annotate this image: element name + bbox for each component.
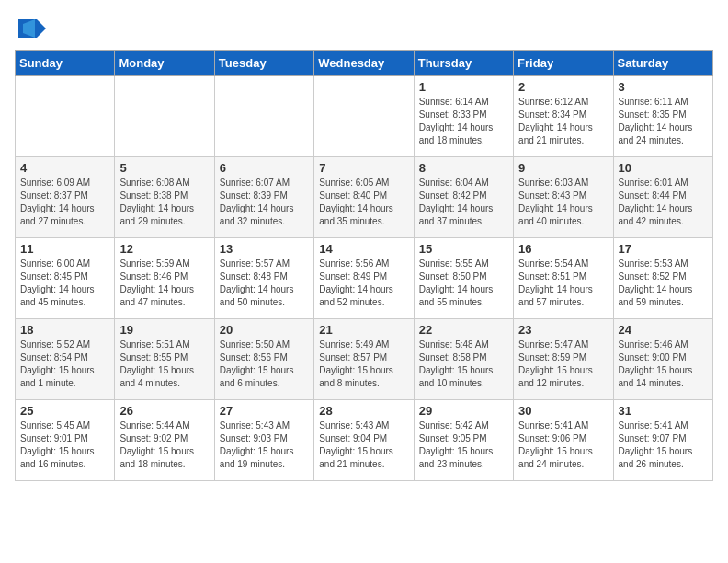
day-info: Sunrise: 5:41 AM Sunset: 9:06 PM Dayligh…	[518, 419, 608, 471]
day-info: Sunrise: 5:56 AM Sunset: 8:49 PM Dayligh…	[319, 258, 408, 309]
day-number: 21	[319, 323, 408, 337]
calendar-day-cell: 29Sunrise: 5:42 AM Sunset: 9:05 PM Dayli…	[414, 400, 513, 481]
calendar-day-cell: 5Sunrise: 6:08 AM Sunset: 8:38 PM Daylig…	[115, 157, 214, 238]
day-number: 1	[419, 80, 508, 94]
column-header-monday: Monday	[115, 51, 214, 76]
column-header-sunday: Sunday	[16, 51, 115, 76]
day-number: 2	[518, 80, 608, 94]
day-info: Sunrise: 5:50 AM Sunset: 8:56 PM Dayligh…	[220, 339, 309, 390]
column-header-friday: Friday	[514, 51, 613, 76]
day-number: 6	[220, 161, 309, 175]
calendar-day-cell: 20Sunrise: 5:50 AM Sunset: 8:56 PM Dayli…	[214, 319, 313, 400]
day-number: 20	[220, 323, 309, 337]
calendar-week-row: 1Sunrise: 6:14 AM Sunset: 8:33 PM Daylig…	[16, 76, 713, 157]
day-number: 16	[518, 242, 608, 256]
calendar-day-cell: 26Sunrise: 5:44 AM Sunset: 9:02 PM Dayli…	[115, 400, 214, 481]
day-info: Sunrise: 5:57 AM Sunset: 8:48 PM Dayligh…	[220, 258, 309, 309]
column-header-wednesday: Wednesday	[314, 51, 414, 76]
day-info: Sunrise: 5:55 AM Sunset: 8:50 PM Dayligh…	[419, 258, 508, 309]
column-header-thursday: Thursday	[414, 51, 513, 76]
column-header-saturday: Saturday	[613, 51, 712, 76]
day-info: Sunrise: 6:05 AM Sunset: 8:40 PM Dayligh…	[319, 177, 408, 228]
day-number: 5	[119, 161, 209, 175]
day-info: Sunrise: 5:52 AM Sunset: 8:54 PM Dayligh…	[20, 339, 109, 390]
day-info: Sunrise: 5:44 AM Sunset: 9:02 PM Dayligh…	[119, 419, 209, 471]
calendar-day-cell	[16, 76, 115, 157]
day-info: Sunrise: 6:04 AM Sunset: 8:42 PM Dayligh…	[419, 177, 508, 228]
calendar-day-cell: 13Sunrise: 5:57 AM Sunset: 8:48 PM Dayli…	[214, 238, 313, 319]
column-header-tuesday: Tuesday	[214, 51, 313, 76]
calendar-day-cell: 6Sunrise: 6:07 AM Sunset: 8:39 PM Daylig…	[214, 157, 313, 238]
day-info: Sunrise: 5:53 AM Sunset: 8:52 PM Dayligh…	[619, 258, 708, 309]
calendar-day-cell: 28Sunrise: 5:43 AM Sunset: 9:04 PM Dayli…	[314, 400, 414, 481]
day-number: 15	[419, 242, 508, 256]
calendar-day-cell: 16Sunrise: 5:54 AM Sunset: 8:51 PM Dayli…	[514, 238, 613, 319]
day-info: Sunrise: 5:45 AM Sunset: 9:01 PM Dayligh…	[20, 419, 109, 471]
day-number: 7	[319, 161, 408, 175]
calendar-day-cell: 8Sunrise: 6:04 AM Sunset: 8:42 PM Daylig…	[414, 157, 513, 238]
calendar-day-cell: 9Sunrise: 6:03 AM Sunset: 8:43 PM Daylig…	[514, 157, 613, 238]
calendar-table: SundayMondayTuesdayWednesdayThursdayFrid…	[15, 50, 713, 481]
calendar-day-cell: 23Sunrise: 5:47 AM Sunset: 8:59 PM Dayli…	[514, 319, 613, 400]
calendar-day-cell: 4Sunrise: 6:09 AM Sunset: 8:37 PM Daylig…	[16, 157, 115, 238]
day-info: Sunrise: 6:14 AM Sunset: 8:33 PM Dayligh…	[419, 96, 508, 147]
calendar-day-cell: 22Sunrise: 5:48 AM Sunset: 8:58 PM Dayli…	[414, 319, 513, 400]
day-info: Sunrise: 6:11 AM Sunset: 8:35 PM Dayligh…	[619, 96, 708, 147]
calendar-day-cell: 15Sunrise: 5:55 AM Sunset: 8:50 PM Dayli…	[414, 238, 513, 319]
day-number: 4	[20, 161, 109, 175]
calendar-day-cell: 12Sunrise: 5:59 AM Sunset: 8:46 PM Dayli…	[115, 238, 214, 319]
day-info: Sunrise: 5:41 AM Sunset: 9:07 PM Dayligh…	[619, 419, 708, 471]
day-number: 13	[220, 242, 309, 256]
day-info: Sunrise: 5:47 AM Sunset: 8:59 PM Dayligh…	[518, 339, 608, 390]
logo	[15, 15, 46, 42]
day-info: Sunrise: 5:46 AM Sunset: 9:00 PM Dayligh…	[619, 339, 708, 390]
day-number: 26	[119, 404, 209, 418]
day-info: Sunrise: 5:43 AM Sunset: 9:03 PM Dayligh…	[220, 419, 309, 471]
day-info: Sunrise: 5:51 AM Sunset: 8:55 PM Dayligh…	[119, 339, 209, 390]
day-number: 28	[319, 404, 408, 418]
calendar-day-cell: 3Sunrise: 6:11 AM Sunset: 8:35 PM Daylig…	[613, 76, 712, 157]
calendar-day-cell: 11Sunrise: 6:00 AM Sunset: 8:45 PM Dayli…	[16, 238, 115, 319]
calendar-week-row: 11Sunrise: 6:00 AM Sunset: 8:45 PM Dayli…	[16, 238, 713, 319]
day-number: 29	[419, 404, 508, 418]
calendar-day-cell	[214, 76, 313, 157]
day-info: Sunrise: 6:08 AM Sunset: 8:38 PM Dayligh…	[119, 177, 209, 228]
day-number: 9	[518, 161, 608, 175]
day-info: Sunrise: 5:43 AM Sunset: 9:04 PM Dayligh…	[319, 419, 408, 471]
day-info: Sunrise: 6:07 AM Sunset: 8:39 PM Dayligh…	[220, 177, 309, 228]
day-number: 11	[20, 242, 109, 256]
calendar-day-cell: 24Sunrise: 5:46 AM Sunset: 9:00 PM Dayli…	[613, 319, 712, 400]
calendar-week-row: 18Sunrise: 5:52 AM Sunset: 8:54 PM Dayli…	[16, 319, 713, 400]
day-info: Sunrise: 6:12 AM Sunset: 8:34 PM Dayligh…	[518, 96, 608, 147]
calendar-day-cell: 1Sunrise: 6:14 AM Sunset: 8:33 PM Daylig…	[414, 76, 513, 157]
day-number: 8	[419, 161, 508, 175]
day-info: Sunrise: 5:48 AM Sunset: 8:58 PM Dayligh…	[419, 339, 508, 390]
day-number: 14	[319, 242, 408, 256]
calendar-day-cell: 17Sunrise: 5:53 AM Sunset: 8:52 PM Dayli…	[613, 238, 712, 319]
calendar-day-cell: 19Sunrise: 5:51 AM Sunset: 8:55 PM Dayli…	[115, 319, 214, 400]
calendar-header-row: SundayMondayTuesdayWednesdayThursdayFrid…	[16, 51, 713, 76]
day-number: 23	[518, 323, 608, 337]
calendar-day-cell: 2Sunrise: 6:12 AM Sunset: 8:34 PM Daylig…	[514, 76, 613, 157]
day-info: Sunrise: 6:01 AM Sunset: 8:44 PM Dayligh…	[619, 177, 708, 228]
calendar-day-cell: 25Sunrise: 5:45 AM Sunset: 9:01 PM Dayli…	[16, 400, 115, 481]
day-number: 31	[619, 404, 708, 418]
day-number: 3	[619, 80, 708, 94]
day-number: 19	[119, 323, 209, 337]
calendar-week-row: 4Sunrise: 6:09 AM Sunset: 8:37 PM Daylig…	[16, 157, 713, 238]
calendar-day-cell: 30Sunrise: 5:41 AM Sunset: 9:06 PM Dayli…	[514, 400, 613, 481]
day-info: Sunrise: 5:54 AM Sunset: 8:51 PM Dayligh…	[518, 258, 608, 309]
logo-icon	[18, 15, 46, 42]
calendar-day-cell: 18Sunrise: 5:52 AM Sunset: 8:54 PM Dayli…	[16, 319, 115, 400]
day-number: 30	[518, 404, 608, 418]
day-number: 17	[619, 242, 708, 256]
calendar-day-cell: 10Sunrise: 6:01 AM Sunset: 8:44 PM Dayli…	[613, 157, 712, 238]
day-number: 27	[220, 404, 309, 418]
day-number: 10	[619, 161, 708, 175]
calendar-day-cell	[314, 76, 414, 157]
day-number: 12	[119, 242, 209, 256]
calendar-day-cell: 14Sunrise: 5:56 AM Sunset: 8:49 PM Dayli…	[314, 238, 414, 319]
day-info: Sunrise: 5:59 AM Sunset: 8:46 PM Dayligh…	[119, 258, 209, 309]
calendar-day-cell: 21Sunrise: 5:49 AM Sunset: 8:57 PM Dayli…	[314, 319, 414, 400]
calendar-day-cell	[115, 76, 214, 157]
